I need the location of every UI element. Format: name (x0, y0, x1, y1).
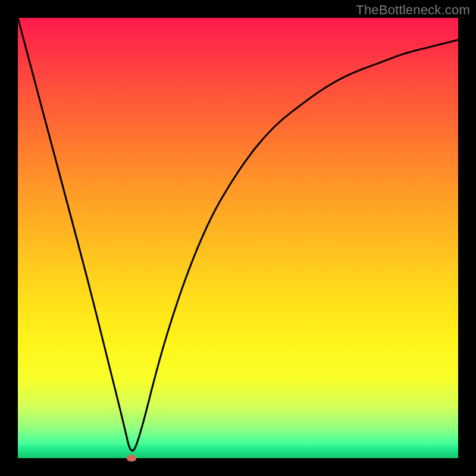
curve-layer (18, 18, 458, 458)
plot-area (18, 18, 458, 458)
watermark-text: TheBottleneck.com (356, 2, 470, 18)
chart-frame: TheBottleneck.com (0, 0, 476, 476)
minimum-marker (127, 455, 136, 462)
bottleneck-curve (18, 18, 458, 450)
